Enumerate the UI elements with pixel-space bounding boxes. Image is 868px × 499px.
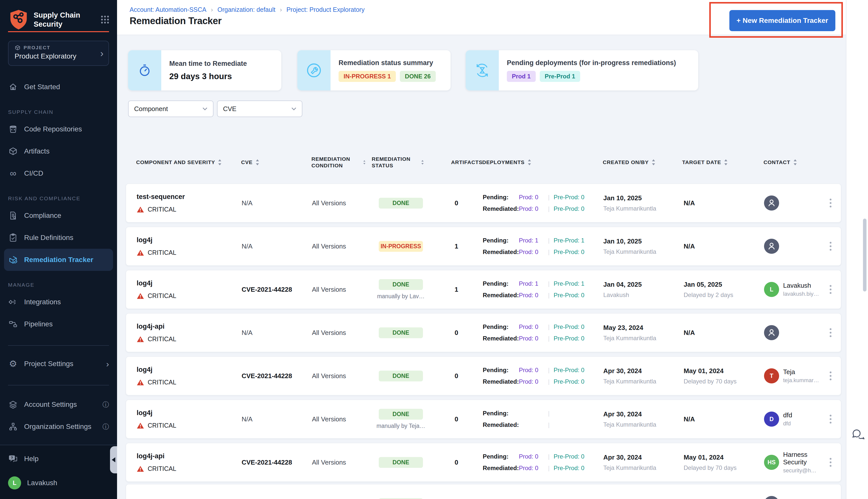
sidebar-item-integrations[interactable]: Integrations [0,291,117,313]
card-title: Mean time to Remediate [169,60,247,68]
table-row[interactable]: log4j CRITICAL CVE-2021-44228 All Versio… [126,270,841,309]
component-filter-dropdown[interactable]: Component [128,100,213,117]
package-icon [8,146,18,156]
table-row[interactable]: log4j-api CRITICAL CVE-2021-44228 All Ve… [126,443,841,482]
sidebar-divider [8,345,109,346]
pending-preprod[interactable]: Pre-Prod: 0 [554,324,584,330]
sidebar-item-rule-definitions[interactable]: Rule Definitions [0,227,117,249]
sidebar-item-project-settings[interactable]: ⚙ Project Settings › [0,353,117,375]
sidebar-collapse-handle[interactable] [110,446,117,473]
cve-value: N/A [241,415,312,423]
sidebar-item-code-repositories[interactable]: Code Repositories [0,118,117,140]
generic-contact-avatar [764,496,779,499]
generic-contact-avatar [764,239,779,254]
remediated-prod[interactable]: Prod: 0 [519,378,544,385]
pending-preprod[interactable]: Pre-Prod: 0 [554,194,584,201]
table-row[interactable]: log4j CRITICAL CVE-2021-44228 All Versio… [126,356,841,395]
table-row[interactable]: xz-libs DONE Pending:Prod: 0|Pre-Prod: 0… [126,484,841,499]
column-header-cve[interactable]: CVE [241,156,311,169]
table-row[interactable]: log4j-api CRITICAL N/A All Versions DONE… [126,313,841,352]
sidebar-item-organization-settings[interactable]: Organization Settings ⓘ [0,416,117,438]
remediation-tracker-icon [8,255,18,265]
pending-prod[interactable]: Prod: 1 [519,237,544,244]
remediated-preprod[interactable]: Pre-Prod: 0 [554,292,584,299]
column-header-component[interactable]: COMPONENT AND SEVERITY [126,156,241,169]
vertical-scrollbar[interactable] [863,219,867,291]
generic-contact-avatar [764,325,779,340]
pending-prod[interactable]: Prod: 0 [519,453,544,460]
created-by: Teja Kummarikuntla [603,205,683,212]
remediated-prod[interactable]: Prod: 0 [519,205,544,212]
row-actions-menu[interactable] [819,198,842,208]
remediated-prod[interactable]: Prod: 0 [519,292,544,299]
chat-support-icon[interactable] [851,428,865,441]
badge-prod-count: Prod 1 [507,71,536,82]
pending-preprod[interactable]: Pre-Prod: 1 [554,237,584,244]
breadcrumb-organization[interactable]: Organization: default [218,6,275,13]
remediated-prod[interactable]: Prod: 0 [519,465,544,472]
column-header-remediation-status[interactable]: REMEDIATION STATUS [372,156,424,169]
remediated-preprod[interactable]: Pre-Prod: 0 [554,465,584,472]
row-actions-menu[interactable] [819,372,842,380]
column-header-created-on-by[interactable]: CREATED ON/BY [597,156,682,169]
row-actions-menu[interactable] [819,328,842,337]
pending-prod[interactable]: Prod: 0 [519,194,544,201]
sidebar-item-help[interactable]: ? Help [0,449,117,468]
sidebar-item-cicd[interactable]: ∞ CI/CD [0,162,117,184]
card-remediation-status-summary: Remediation status summary IN-PROGRESS 1… [297,50,450,90]
sidebar-item-compliance[interactable]: Compliance [0,205,117,227]
sidebar-item-remediation-tracker[interactable]: Remediation Tracker [4,249,113,271]
remediated-preprod[interactable]: Pre-Prod: 0 [554,205,584,212]
remediated-preprod[interactable]: Pre-Prod: 0 [554,378,584,385]
project-selector[interactable]: PROJECT Product Exploratory › [8,41,109,66]
app-header: Supply Chain Security [0,0,117,31]
row-actions-menu[interactable] [819,458,842,467]
sidebar-item-account-settings[interactable]: Account Settings ⓘ [0,393,117,416]
table-row[interactable]: log4j CRITICAL N/A All Versions IN-PROGR… [126,227,841,266]
table-row[interactable]: test-sequencer CRITICAL N/A All Versions… [126,183,841,223]
row-actions-menu[interactable] [819,242,842,251]
target-date: N/A [684,329,759,337]
remediation-condition: All Versions [312,242,372,250]
column-header-target-date[interactable]: TARGET DATE [682,156,758,169]
pending-preprod[interactable]: Pre-Prod: 0 [554,367,584,374]
pending-prod[interactable]: Prod: 1 [519,280,544,287]
severity-label: CRITICAL [148,379,176,386]
row-actions-menu[interactable] [819,285,842,294]
sidebar-item-pipelines[interactable]: Pipelines [0,313,117,335]
artifacts-count: 0 [436,329,478,337]
column-header-contact[interactable]: CONTACT [758,156,819,169]
sidebar-item-artifacts[interactable]: Artifacts [0,140,117,162]
remediated-prod[interactable]: Prod: 0 [519,335,544,342]
remediated-preprod[interactable]: Pre-Prod: 0 [554,248,584,256]
pending-prod[interactable]: Prod: 0 [519,324,544,330]
breadcrumb-account[interactable]: Account: Automation-SSCA [129,6,207,13]
row-actions-menu[interactable] [819,415,842,424]
column-header-remediation-condition[interactable]: REMEDIATION CONDITION [311,156,366,169]
sidebar-item-label: Organization Settings [24,423,91,431]
user-menu[interactable]: L Lavakush [0,472,117,494]
pending-preprod[interactable]: Pre-Prod: 1 [554,280,584,287]
column-header-artifacts[interactable]: ARTIFACTS [436,156,477,169]
new-remediation-tracker-button[interactable]: + New Remediation Tracker [729,10,835,31]
created-date: Jan 10, 2025 [603,238,683,245]
critical-severity-icon [137,250,144,256]
deployments-cell: Pending:Prod: 1|Pre-Prod: 1 Remediated:P… [478,237,597,256]
remediated-prod[interactable]: Prod: 0 [519,248,544,256]
sidebar-item-get-started[interactable]: Get Started [0,76,117,98]
table-row[interactable]: log4j CRITICAL N/A All Versions DONEmanu… [126,400,841,439]
column-header-actions [819,156,841,169]
target-note: Delayed by 70 days [684,378,759,385]
column-header-deployments[interactable]: DEPLOYMENTS [477,156,597,169]
info-icon: ⓘ [102,422,109,431]
app-switcher-grid-icon[interactable] [100,15,110,25]
contact-avatar: L [764,282,779,297]
pending-preprod[interactable]: Pre-Prod: 0 [554,453,584,460]
cve-filter-dropdown[interactable]: CVE [217,100,302,117]
sort-icon [256,159,259,165]
contact-email: teja.kummarik… [783,377,819,384]
pending-prod[interactable]: Prod: 0 [519,367,544,374]
component-name: log4j [137,409,241,417]
breadcrumb-project[interactable]: Project: Product Exploratory [286,6,364,13]
remediated-preprod[interactable]: Pre-Prod: 0 [554,335,584,342]
